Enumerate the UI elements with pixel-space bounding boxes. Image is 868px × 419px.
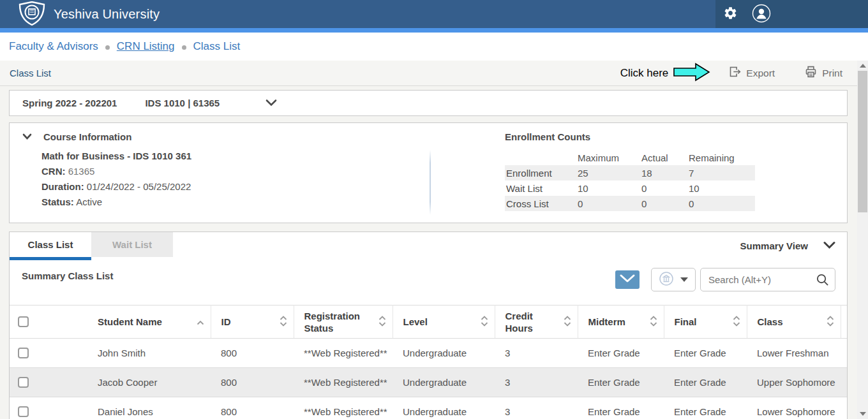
panel-divider [430,150,431,215]
vertical-scrollbar[interactable] [857,61,868,419]
table-row: John Smith 800 **Web Registered** Underg… [10,339,847,368]
sort-icon[interactable] [564,316,571,328]
registration-status-cell: **Web Registered** [294,397,393,419]
breadcrumb: Faculty & Advisors CRN Listing Class Lis… [0,33,868,61]
sort-icon[interactable] [280,316,287,328]
select-all-cell [10,305,39,339]
cell-value: 10 [576,180,640,196]
row-label: Wait List [505,180,576,196]
scrollbar-up-arrow[interactable] [860,64,866,68]
column-registration-status[interactable]: Registration Status [294,305,393,339]
annotation-click-here: Click here [620,67,669,80]
row-checkbox[interactable] [18,406,29,417]
brand[interactable]: Yeshiva University [0,1,160,27]
tab-class-list[interactable]: Class List [10,232,91,257]
midterm-grade-cell[interactable]: Enter Grade [578,397,664,419]
breadcrumb-separator-dot [105,45,110,50]
class-standing-cell: Upper Sophomore [747,368,841,397]
class-list-panel: Class List Wait List Summary View Summar… [9,232,848,419]
sort-ascending-icon[interactable] [197,316,204,327]
row-select-cell [10,368,39,397]
search-icon[interactable] [816,273,829,288]
final-grade-cell[interactable]: Enter Grade [664,397,747,419]
credit-hours-cell: 3 [495,339,578,368]
course-information-panel: Course Information Math for Business - I… [9,122,848,223]
scrollbar-thumb[interactable] [858,71,867,212]
class-list-table: Student Name ID Registration Status [10,305,847,419]
chevron-down-icon[interactable] [266,98,277,108]
settings-gear-icon[interactable] [723,6,738,22]
sort-icon[interactable] [481,316,488,328]
term-label: Spring 2022 - 202201 [22,98,117,108]
column-label: Registration Status [304,310,376,334]
row-checkbox[interactable] [18,377,29,388]
user-profile-icon[interactable] [752,4,771,25]
export-button[interactable]: Export [728,65,775,81]
sort-icon[interactable] [650,316,657,328]
annotation-arrow [673,62,710,84]
column-label: Final [675,316,697,328]
waitlist-row: Wait List 10 0 10 [505,180,755,196]
page-toolbar: Class List Click here Export [0,61,868,86]
collapse-chevron-icon[interactable] [22,131,32,142]
enrollment-header-row: Maximum Actual Remaining [505,150,755,165]
term-course-selector[interactable]: Spring 2022 - 202201 IDS 1010 | 61365 [9,90,848,116]
chevron-down-icon [823,240,835,251]
crn-label: CRN: [41,166,66,177]
export-label: Export [746,68,775,79]
cell-value: 0 [687,196,755,211]
column-midterm[interactable]: Midterm [578,305,664,339]
breadcrumb-class-list[interactable]: Class List [193,40,241,53]
scrollbar-down-arrow[interactable] [860,412,866,416]
breadcrumb-crn-listing[interactable]: CRN Listing [117,40,175,53]
breadcrumb-separator-dot [182,45,186,50]
top-navbar: Yeshiva University [0,0,868,28]
id-cell: 800 [211,339,294,368]
page: Yeshiva University Faculty & Advisors CR… [0,0,868,419]
print-button[interactable]: Print [804,65,842,81]
status-label: Status: [41,196,74,207]
midterm-grade-cell[interactable]: Enter Grade [578,339,664,368]
cell-value: 0 [576,196,640,211]
column-credit-hours[interactable]: Credit Hours [495,305,578,339]
row-label: Enrollment [505,165,576,180]
final-grade-cell[interactable]: Enter Grade [664,339,747,368]
cell-value: 0 [640,180,687,196]
crn-value: 61365 [68,166,95,177]
email-button[interactable] [615,270,640,289]
table-header-row: Student Name ID Registration Status [10,305,847,339]
registration-status-cell: **Web Registered** [294,368,393,397]
column-level[interactable]: Level [393,305,495,339]
cell-value: 10 [687,180,755,196]
breadcrumb-faculty-advisors[interactable]: Faculty & Advisors [9,40,98,53]
crosslist-row: Cross List 0 0 0 [505,196,755,211]
print-icon [804,65,818,81]
sort-icon[interactable] [733,316,740,328]
sort-icon[interactable] [827,316,834,328]
course-information-title: Course Information [43,131,131,142]
midterm-grade-cell[interactable]: Enter Grade [578,368,664,397]
row-checkbox[interactable] [18,348,29,358]
cell-value: 0 [640,196,687,211]
column-label: Class [758,316,783,328]
filler-cell [841,397,847,419]
dropdown-caret-icon [680,277,688,282]
column-final[interactable]: Final [664,305,747,339]
tab-wait-list[interactable]: Wait List [91,232,173,257]
filler-cell [841,368,847,397]
student-name-cell: John Smith [87,339,211,368]
final-grade-cell[interactable]: Enter Grade [664,368,747,397]
column-class[interactable]: Class [747,305,841,339]
navbar-actions [715,0,868,28]
column-student-name[interactable]: Student Name [87,305,211,339]
filler-header [841,305,847,339]
filler-cell [841,339,847,368]
sort-icon[interactable] [378,316,386,328]
view-selector[interactable]: Summary View [740,240,835,251]
select-all-checkbox[interactable] [18,316,29,327]
filter-settings-button[interactable] [651,268,696,291]
enrollment-row: Enrollment 25 18 7 [505,165,755,180]
status-value: Active [76,196,102,207]
duration-value: 01/24/2022 - 05/25/2022 [87,181,191,192]
column-id[interactable]: ID [211,305,294,339]
